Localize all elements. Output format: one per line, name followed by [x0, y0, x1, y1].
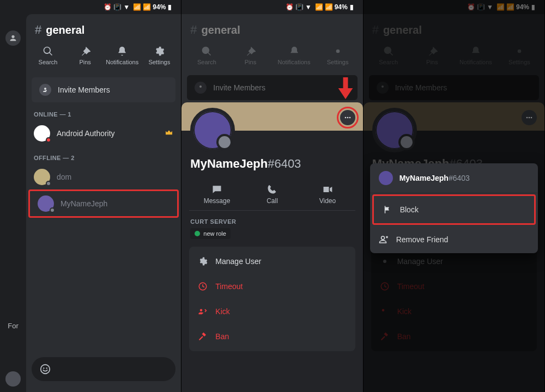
hammer-icon: [198, 332, 208, 341]
svg-point-10: [531, 117, 532, 119]
invite-label: Invite Members: [58, 85, 110, 94]
gear-icon: [198, 256, 208, 266]
user-profile-sheet: MyNameJeph#6403 Message Call Video CURT …: [181, 102, 362, 392]
svg-point-2: [46, 367, 47, 369]
video-button[interactable]: Video: [300, 179, 355, 210]
channel-name: general: [46, 24, 84, 36]
battery-percent: 94%: [153, 3, 166, 11]
search-button[interactable]: Search: [29, 46, 66, 65]
clock-icon: [198, 281, 208, 291]
avatar: [38, 195, 54, 212]
svg-point-1: [43, 367, 44, 369]
channel-header: # general: [26, 14, 181, 42]
phone-icon: [267, 184, 277, 195]
moderation-card: Manage User Timeout Kick Ban: [189, 247, 355, 351]
pin-icon: [80, 46, 90, 57]
signal-icon: 📶: [133, 3, 141, 11]
wifi-icon: ▼: [123, 3, 131, 11]
svg-point-9: [529, 117, 530, 119]
call-button[interactable]: Call: [245, 179, 300, 210]
server-rail: For: [0, 14, 26, 392]
gear-icon: [154, 46, 165, 57]
offline-section-label: OFFLINE — 2: [26, 146, 181, 164]
emoji-button[interactable]: [32, 357, 175, 381]
members-icon[interactable]: [5, 30, 21, 46]
message-button[interactable]: Message: [189, 179, 244, 210]
vibrate-icon: 📳: [113, 3, 121, 11]
arrow-indicator-icon: [338, 77, 353, 101]
timeout-button[interactable]: Timeout: [189, 274, 355, 299]
online-section-label: ONLINE — 1: [26, 102, 181, 121]
member-name: MyNameJeph: [60, 199, 169, 208]
role-chip[interactable]: new role: [190, 228, 231, 239]
smile-icon: [39, 363, 51, 375]
self-avatar[interactable]: [5, 371, 21, 387]
avatar: [34, 169, 50, 185]
notifications-button[interactable]: Notifications: [104, 46, 141, 65]
member-name: dom: [57, 173, 173, 181]
for-label: For: [0, 318, 26, 333]
person-plus-icon: [42, 87, 49, 93]
role-color-dot: [195, 231, 200, 236]
alarm-icon: ⏰: [104, 3, 111, 11]
server-section-label: CURT SERVER: [181, 211, 362, 228]
member-name: Android Authority: [57, 129, 158, 138]
flag-icon: [383, 205, 392, 215]
context-username: MyNameJeph#6403: [399, 174, 470, 182]
ban-button[interactable]: Ban: [189, 324, 355, 349]
member-row-highlighted[interactable]: MyNameJeph: [28, 189, 179, 218]
status-bar: ⏰📳▼📶📶 94%▮: [181, 0, 362, 14]
member-row[interactable]: dom: [26, 164, 181, 189]
person-remove-icon: [379, 235, 389, 244]
video-icon: [322, 184, 333, 195]
signal-icon: 📶: [143, 3, 150, 11]
status-bar: ⏰ 📳 ▼ 📶 📶 94% ▮: [0, 0, 181, 14]
battery-icon: ▮: [168, 3, 175, 11]
invite-members-button[interactable]: Invite Members: [32, 77, 175, 102]
pins-button[interactable]: Pins: [66, 46, 104, 65]
context-menu-header: MyNameJeph#6403: [370, 163, 538, 193]
bell-icon: [117, 46, 128, 57]
profile-avatar[interactable]: [190, 108, 235, 152]
svg-point-8: [526, 117, 528, 119]
kick-button[interactable]: Kick: [189, 299, 355, 324]
member-row[interactable]: Android Authority: [26, 121, 181, 146]
status-bar: ⏰📳▼📶📶 94%▮: [364, 0, 544, 14]
svg-point-0: [41, 365, 50, 374]
search-icon: [43, 46, 53, 57]
settings-button[interactable]: Settings: [141, 46, 178, 65]
crown-icon: [165, 128, 173, 139]
manage-user-button[interactable]: Manage User: [189, 249, 355, 274]
context-menu: MyNameJeph#6403 Block Remove Friend: [370, 163, 538, 253]
message-icon: [211, 184, 222, 195]
highlight-ring: [337, 107, 359, 128]
block-button[interactable]: Block: [372, 194, 536, 225]
avatar: [379, 171, 393, 185]
avatar: [34, 125, 50, 142]
svg-rect-6: [343, 77, 348, 89]
remove-friend-button[interactable]: Remove Friend: [370, 226, 538, 253]
kick-icon: [198, 307, 208, 316]
hash-icon: #: [35, 23, 41, 37]
